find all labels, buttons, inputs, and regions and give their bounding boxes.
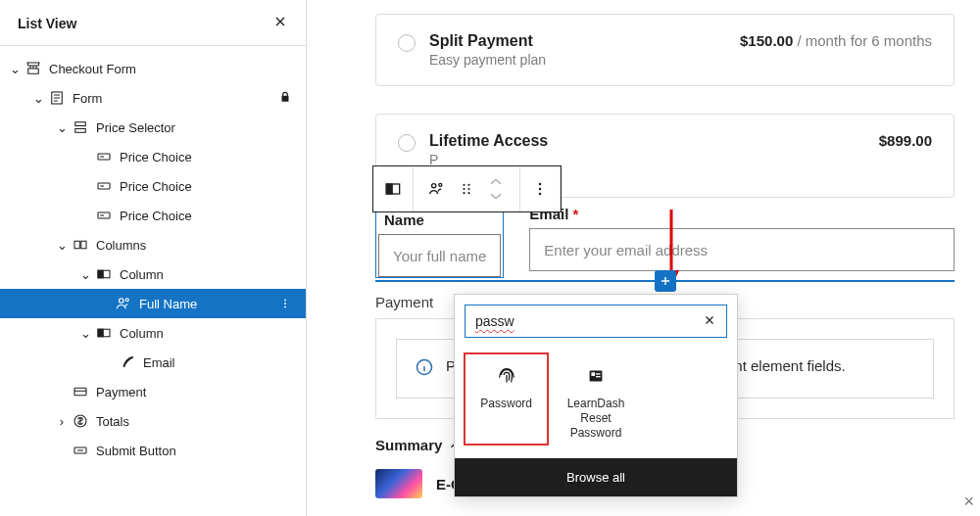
add-block-button[interactable] — [655, 270, 676, 292]
svg-point-24 — [463, 184, 465, 186]
svg-point-31 — [539, 188, 542, 191]
list-view-header: List View — [0, 0, 306, 46]
tree-item-payment[interactable]: Payment — [0, 377, 306, 406]
person-icon — [114, 295, 133, 312]
block-toolbar — [372, 165, 562, 212]
columns-icon — [71, 236, 90, 254]
svg-rect-6 — [74, 241, 79, 249]
badge-icon — [556, 361, 635, 391]
chevron-down-icon[interactable]: ⌄ — [76, 267, 94, 282]
svg-rect-38 — [596, 376, 601, 377]
price-choice-title: Split Payment — [429, 32, 546, 50]
svg-rect-37 — [596, 373, 601, 374]
svg-point-27 — [467, 184, 469, 186]
block-tree: ⌄ Checkout Form ⌄ Form ⌄ Price Selector … — [0, 46, 306, 516]
price-choice-title: Lifetime Access — [429, 132, 548, 150]
tree-item-label: Price Choice — [120, 179, 192, 194]
inserter-result-ld-reset[interactable]: LearnDash Reset Password — [554, 353, 637, 445]
tree-item-price-selector[interactable]: ⌄ Price Selector — [0, 113, 306, 142]
list-view-panel: List View ⌄ Checkout Form ⌄ Form ⌄ Price… — [0, 0, 307, 516]
svg-point-12 — [284, 300, 286, 302]
svg-point-23 — [439, 183, 442, 186]
toolbar-parent-button[interactable] — [423, 175, 451, 203]
block-inserter-popover: passw Password LearnDash Reset Password … — [454, 294, 738, 497]
tree-item-column[interactable]: ⌄ Column — [0, 318, 306, 348]
credit-card-icon — [71, 383, 90, 400]
toolbar-move-button[interactable] — [482, 175, 510, 203]
chevron-down-icon[interactable]: ⌄ — [6, 62, 24, 76]
drag-handle-icon[interactable] — [453, 175, 480, 203]
tree-item-label: Payment — [96, 385, 146, 399]
browse-all-button[interactable]: Browse all — [455, 458, 737, 496]
more-icon[interactable] — [278, 297, 292, 310]
chevron-right-icon[interactable]: › — [53, 414, 71, 429]
price-choice-subtitle: Easy payment plan — [429, 52, 546, 68]
tree-item-price-choice[interactable]: Price Choice — [0, 201, 306, 230]
dollar-icon — [71, 412, 90, 430]
price-choice-price: $899.00 — [879, 132, 932, 149]
svg-point-32 — [539, 193, 542, 196]
chevron-down-icon[interactable]: ⌄ — [53, 120, 71, 135]
card-icon — [94, 207, 114, 224]
inserter-result-label: LearnDash Reset Password — [556, 397, 635, 441]
tree-item-price-choice[interactable]: Price Choice — [0, 142, 306, 171]
svg-rect-16 — [98, 329, 103, 337]
close-icon[interactable] — [272, 14, 288, 33]
toolbar-options-button[interactable] — [520, 166, 561, 211]
tree-item-email[interactable]: Email — [0, 348, 306, 377]
svg-rect-21 — [386, 184, 392, 194]
tree-item-label: Totals — [96, 414, 129, 429]
svg-rect-9 — [98, 270, 103, 278]
toolbar-block-type[interactable] — [373, 166, 414, 211]
tree-item-column[interactable]: ⌄ Column — [0, 259, 306, 289]
email-block[interactable]: Email * Enter your email address — [529, 206, 955, 278]
radio-icon[interactable] — [398, 134, 416, 152]
card-icon — [94, 148, 114, 165]
inserter-result-password[interactable]: Password — [465, 353, 548, 445]
tree-item-checkout-form[interactable]: ⌄ Checkout Form — [0, 54, 306, 83]
button-icon — [71, 442, 90, 459]
inserter-search-value: passw — [475, 313, 703, 329]
svg-rect-1 — [75, 122, 86, 126]
svg-point-28 — [467, 188, 469, 190]
info-icon — [415, 357, 434, 380]
list-view-title: List View — [18, 16, 76, 31]
tree-item-columns[interactable]: ⌄ Columns — [0, 230, 306, 259]
stack-icon — [71, 118, 90, 136]
email-input[interactable]: Enter your email address — [529, 228, 955, 271]
tree-item-label: Column — [120, 267, 164, 282]
clear-search-icon[interactable] — [703, 313, 716, 330]
form-icon — [47, 89, 67, 107]
tree-item-label: Price Selector — [96, 120, 175, 135]
svg-rect-2 — [75, 129, 86, 133]
column-icon — [94, 265, 114, 283]
svg-point-26 — [463, 192, 465, 194]
price-choice-split[interactable]: Split Payment Easy payment plan $150.00 … — [375, 14, 955, 86]
inserter-search-input[interactable]: passw — [465, 305, 727, 338]
tree-item-label: Email — [143, 355, 175, 370]
price-choice-lifetime[interactable]: Lifetime Access P $899.00 — [375, 114, 955, 198]
tree-item-label: Columns — [96, 238, 146, 253]
radio-icon[interactable] — [398, 34, 416, 52]
tree-item-label: Submit Button — [96, 444, 176, 458]
svg-point-22 — [432, 184, 436, 188]
tree-item-label: Form — [73, 91, 102, 106]
tree-item-form[interactable]: ⌄ Form — [0, 83, 306, 113]
tree-item-price-choice[interactable]: Price Choice — [0, 171, 306, 201]
tree-item-submit-button[interactable]: Submit Button — [0, 436, 306, 465]
name-input[interactable]: Your full name — [378, 234, 501, 277]
svg-point-29 — [467, 192, 469, 194]
svg-rect-36 — [591, 372, 595, 376]
chevron-down-icon[interactable]: ⌄ — [29, 91, 47, 106]
tree-item-label: Price Choice — [120, 150, 192, 164]
editor-canvas: Split Payment Easy payment plan $150.00 … — [307, 0, 980, 516]
svg-point-30 — [539, 183, 542, 186]
chevron-down-icon[interactable]: ⌄ — [53, 238, 71, 253]
tree-item-totals[interactable]: › Totals — [0, 406, 306, 436]
chevron-down-icon[interactable]: ⌄ — [76, 326, 94, 341]
lock-icon — [278, 90, 292, 107]
name-block-selected[interactable]: Name Your full name — [375, 206, 504, 278]
store-icon — [24, 60, 43, 77]
dismiss-icon[interactable]: × — [963, 492, 974, 512]
tree-item-full-name[interactable]: Full Name — [0, 289, 306, 318]
